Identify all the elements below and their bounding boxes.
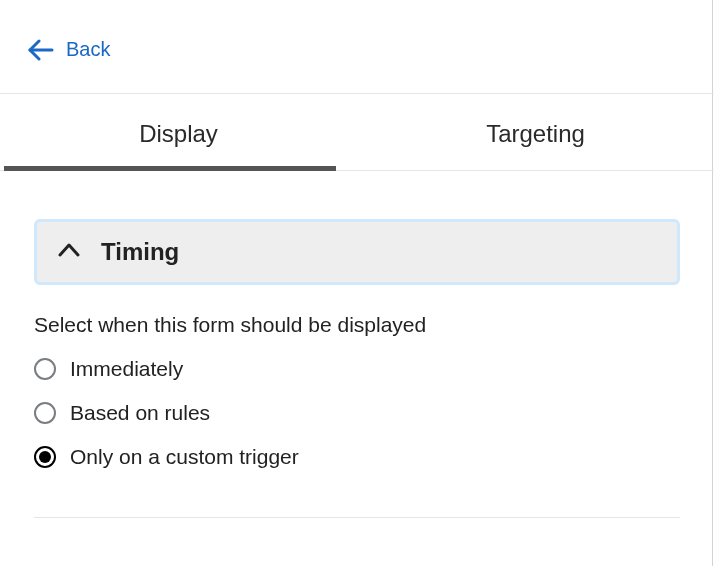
option-based-on-rules[interactable]: Based on rules [34, 401, 680, 425]
radio-icon [34, 358, 56, 380]
chevron-up-icon [57, 241, 81, 263]
tab-display[interactable]: Display [0, 94, 357, 170]
option-label: Based on rules [70, 401, 210, 425]
timing-section: Timing Select when this form should be d… [0, 171, 714, 518]
back-label: Back [66, 38, 110, 61]
radio-icon-selected [34, 446, 56, 468]
option-label: Immediately [70, 357, 183, 381]
option-custom-trigger[interactable]: Only on a custom trigger [34, 445, 680, 469]
radio-icon [34, 402, 56, 424]
section-divider [34, 517, 680, 518]
timing-prompt: Select when this form should be displaye… [34, 313, 680, 337]
tabs: Display Targeting [0, 93, 714, 171]
active-tab-underline [4, 166, 336, 171]
tab-targeting-label: Targeting [486, 120, 585, 147]
option-immediately[interactable]: Immediately [34, 357, 680, 381]
tab-targeting[interactable]: Targeting [357, 94, 714, 170]
option-label: Only on a custom trigger [70, 445, 299, 469]
tab-display-label: Display [139, 120, 218, 147]
timing-options: Immediately Based on rules Only on a cus… [34, 357, 680, 469]
timing-accordion-header[interactable]: Timing [34, 219, 680, 285]
arrow-left-icon [28, 39, 54, 61]
timing-title: Timing [101, 238, 179, 266]
back-button[interactable]: Back [0, 0, 110, 93]
panel-right-border [712, 0, 713, 566]
